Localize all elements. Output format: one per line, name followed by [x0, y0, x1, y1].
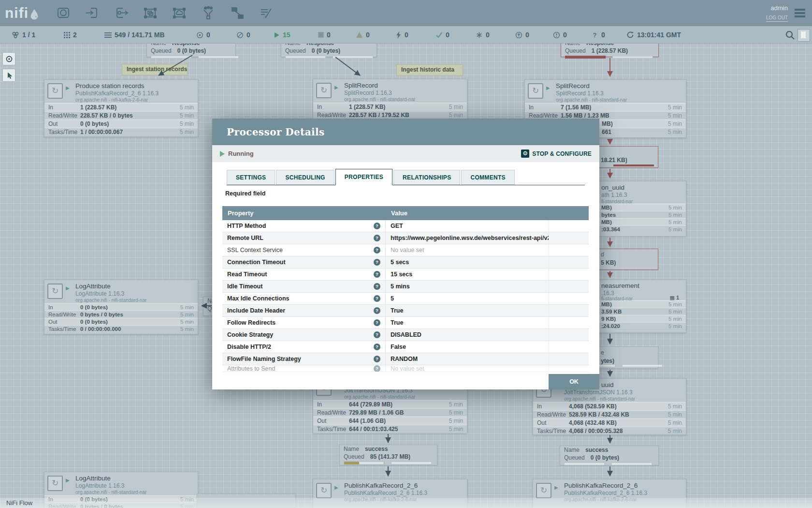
processor-icon: [316, 483, 332, 498]
stat-row-in: In4,068 (528.59 KB)5 min: [533, 402, 686, 410]
help-icon[interactable]: [374, 356, 380, 362]
global-menu-icon[interactable]: [795, 7, 805, 19]
running-count-status: 15: [274, 26, 290, 44]
connection-queued-fragment: 18.21 KB): [601, 157, 627, 164]
input-port-tool-icon[interactable]: [85, 6, 100, 20]
invalid-count-status: 0: [356, 26, 370, 44]
navigate-icon: [5, 55, 13, 63]
panel-toggle-button[interactable]: [798, 29, 810, 42]
stat-row-out: Out644 (1.06 GB)5 min: [313, 417, 467, 425]
refresh-icon[interactable]: [626, 31, 634, 39]
help-icon[interactable]: [374, 344, 380, 350]
processor-type: LogAttribute 1.16.3: [75, 290, 124, 297]
property-row: Max Idle Connections5: [222, 293, 589, 305]
processor-icon: [47, 284, 63, 299]
threads-grid-icon: [64, 32, 70, 38]
property-row: Connection Timeout5 secs: [222, 256, 589, 269]
processor-tool-icon[interactable]: [56, 6, 71, 20]
locally-modified-count-status: 0: [476, 26, 490, 44]
stop-and-configure-button[interactable]: STOP & CONFIGURE: [521, 149, 592, 158]
property-row: FlowFile Naming StrategyRANDOM: [222, 353, 589, 365]
processor-type: PublishKafkaRecord_2_6 1.16.3: [75, 90, 159, 97]
property-row: Include Date HeaderTrue: [222, 305, 589, 317]
help-icon[interactable]: [374, 259, 380, 266]
help-icon[interactable]: [374, 331, 380, 338]
logout-link[interactable]: LOG OUT: [766, 15, 788, 22]
dialog-title: Processor Details: [227, 126, 325, 138]
running-state-label: Running: [228, 150, 254, 157]
help-icon[interactable]: [374, 283, 380, 290]
dialog-status-row: Running STOP & CONFIGURE: [212, 145, 599, 162]
help-icon[interactable]: [374, 271, 380, 278]
stat-row-tasks: Tasks/Time1 / 00:00:00.0675 min: [44, 128, 198, 136]
transmitting-icon: [196, 31, 203, 39]
tab-properties[interactable]: PROPERTIES: [335, 169, 392, 185]
canvas-label-ingest-historic-data[interactable]: Ingest historic data: [396, 64, 463, 76]
stopped-icon: [318, 32, 324, 38]
template-tool-icon[interactable]: [230, 6, 245, 20]
processor-log-attribute-mid[interactable]: LogAttribute LogAttribute 1.16.3 org.apa…: [44, 280, 198, 334]
breadcrumb-nifi-flow[interactable]: NiFi Flow: [6, 499, 32, 507]
property-row: Disable HTTP/2False: [222, 341, 589, 353]
output-port-tool-icon[interactable]: [114, 6, 129, 20]
queue-percent-bars: [561, 55, 658, 59]
help-icon[interactable]: [374, 247, 380, 254]
connection-label-success-mid[interactable]: Namesuccess Queued85 (141.37 MB): [339, 445, 437, 465]
search-icon[interactable]: [785, 30, 796, 41]
navigate-palette-button[interactable]: [2, 52, 15, 65]
help-icon[interactable]: [374, 223, 380, 229]
stat-row-out: Out4,068 (432.48 KB)5 min: [533, 418, 686, 427]
processor-header: LogAttribute LogAttribute 1.16.3 org.apa…: [44, 280, 198, 303]
nifi-droplet-icon: [30, 9, 38, 20]
connection-name-value: success: [365, 446, 388, 452]
help-icon[interactable]: [374, 319, 380, 326]
stat-row-read-write: Read/Write0 bytes / 0 bytes5 min: [44, 311, 198, 318]
remote-process-group-tool-icon[interactable]: [172, 6, 187, 20]
stat-row-read-write: Read/Write729.89 MB / 1.06 GB5 min: [313, 408, 467, 417]
processor-header: SplitRecord SplitRecord 1.16.3 org.apach…: [313, 79, 467, 103]
processor-bundle: org.apache.nifi - nifi-standard-nar: [75, 490, 146, 495]
connection-queued-label: Queued: [285, 47, 306, 54]
label-tool-icon[interactable]: [259, 6, 274, 20]
tab-scheduling[interactable]: SCHEDULING: [276, 170, 334, 185]
processor-title: PublishKafkaRecord_2_6: [564, 482, 638, 489]
active-threads-status: 2: [64, 26, 77, 44]
stat-row-in: In644 (729.89 MB)5 min: [313, 400, 467, 408]
running-status-icon: [554, 485, 558, 490]
processor-bundle: org.apache.nifi - nifi-standard-nar: [344, 97, 415, 102]
connection-name-fragment: d: [601, 251, 604, 258]
tab-settings[interactable]: SETTINGS: [227, 170, 275, 185]
connection-queued-label: Queued: [344, 453, 364, 460]
processor-type: JoltTransformJSON 1.16.3: [564, 389, 633, 396]
help-icon[interactable]: [374, 307, 380, 314]
disabled-count-status: 0: [395, 26, 408, 44]
processor-type: PublishKafkaRecord_2_6 1.16.3: [564, 490, 647, 496]
connection-name-fragment: e: [601, 349, 604, 356]
connection-queued-label: Queued: [151, 47, 172, 54]
property-row: Remote URLhttps://www.pegelonline.wsv.de…: [222, 232, 589, 244]
help-icon[interactable]: [374, 365, 380, 372]
processor-produce-station-records[interactable]: Produce station records PublishKafkaReco…: [44, 79, 198, 137]
processor-title-fragment: neasurement: [601, 282, 639, 289]
connection-label-success-right[interactable]: Namesuccess Queued0 (0 bytes): [560, 446, 659, 465]
funnel-tool-icon[interactable]: [201, 6, 216, 20]
ok-button[interactable]: OK: [549, 374, 599, 389]
property-row: SSL Context ServiceNo value set: [222, 244, 589, 256]
stat-row-in: In1 (228.57 KB)5 min: [44, 103, 198, 111]
operate-palette-button[interactable]: [2, 69, 15, 82]
processor-type-fragment: .16.3: [601, 290, 614, 297]
processor-title: LogAttribute: [75, 283, 111, 290]
process-group-tool-icon[interactable]: [143, 6, 158, 20]
nifi-application: NameResponse Queued0 (0 bytes) NameRespo…: [0, 0, 812, 508]
help-icon[interactable]: [374, 235, 380, 241]
queue-percent-bars: [560, 462, 658, 465]
stat-row-read-write: Read/Write528.59 KB / 432.48 KB5 min: [533, 410, 686, 418]
connection-queued-value: 85 (141.37 MB): [370, 453, 410, 460]
canvas-label-ingest-station-records[interactable]: Ingest station records: [122, 64, 188, 75]
processor-bundle-fragment: fi-standard-nar: [601, 199, 633, 204]
tab-relationships[interactable]: RELATIONSHIPS: [393, 170, 460, 185]
processor-bundle: org.apache.nifi - nifi-kafka-2-6-nar: [75, 97, 148, 103]
help-icon[interactable]: [374, 295, 380, 302]
tab-comments[interactable]: COMMENTS: [461, 170, 514, 185]
stopped-count-status: 0: [318, 26, 331, 44]
